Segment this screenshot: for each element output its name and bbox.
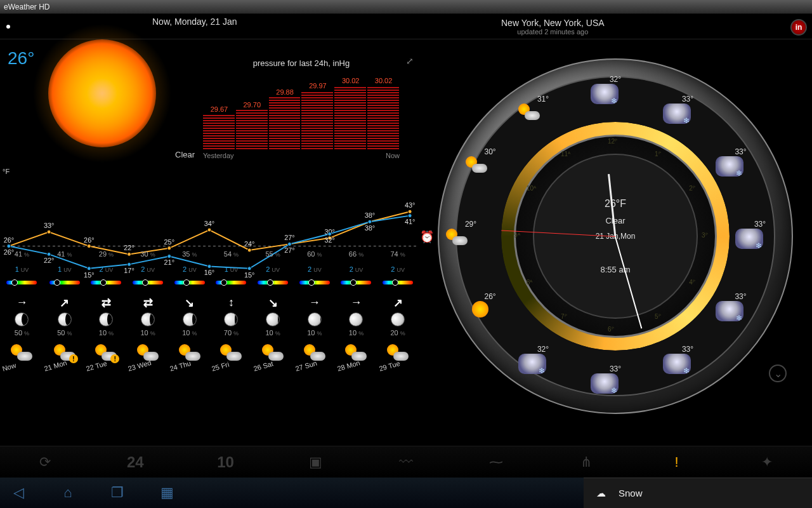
- forecast-cell[interactable]: [127, 311, 169, 328]
- hour-slot[interactable]: 29°: [446, 220, 495, 245]
- forecast-cell[interactable]: [336, 311, 377, 328]
- forecast-cell[interactable]: 70 %: [211, 328, 252, 343]
- forecast-cell[interactable]: [169, 279, 211, 295]
- forecast-cell[interactable]: 20 %: [377, 328, 419, 343]
- forecast-cell[interactable]: 10 %: [294, 328, 336, 343]
- forecast-cell[interactable]: 50 %: [0, 328, 44, 343]
- forecast-cell[interactable]: →: [294, 295, 336, 311]
- nav-recents[interactable]: ❐: [105, 484, 129, 502]
- forecast-cell[interactable]: 2 UV: [252, 264, 294, 279]
- forecast-cell[interactable]: [377, 279, 419, 295]
- menu-dot[interactable]: [6, 25, 10, 29]
- forecast-cell[interactable]: 2 UV: [169, 264, 211, 279]
- forecast-cell[interactable]: 1 UV: [211, 264, 252, 279]
- nav-apps[interactable]: ▦: [155, 484, 179, 502]
- alert-panel[interactable]: ☁ Snow: [584, 478, 812, 508]
- forecast-cell[interactable]: 10 %: [252, 328, 294, 343]
- partly-cloudy-icon: [518, 104, 540, 120]
- forecast-cell[interactable]: [211, 279, 252, 295]
- forecast-cell[interactable]: ↗: [377, 295, 419, 311]
- hour-slot[interactable]: 33°: [716, 147, 765, 177]
- hour-slot[interactable]: 31°: [518, 95, 568, 120]
- nav-back[interactable]: ◁: [6, 484, 30, 502]
- radar-button[interactable]: 〰: [361, 454, 451, 471]
- hour-slot[interactable]: 30°: [466, 147, 515, 173]
- share-button[interactable]: ⋔: [541, 454, 631, 471]
- forecast-cell[interactable]: 30 %: [127, 249, 169, 264]
- forecast-cell[interactable]: 55 %: [252, 249, 294, 264]
- forecast-cell[interactable]: ↘: [252, 295, 294, 311]
- forecast-cell[interactable]: 74 %: [377, 249, 419, 264]
- hour-slot[interactable]: 32°: [591, 75, 640, 104]
- hour-slot[interactable]: 33°: [663, 345, 712, 374]
- forecast-cell[interactable]: [294, 279, 336, 295]
- forecast-cell[interactable]: [44, 279, 86, 295]
- hour-slot[interactable]: 33°: [591, 364, 640, 394]
- hour-slot[interactable]: 33°: [663, 95, 712, 124]
- clock-dial[interactable]: 26°F Clear 21 Jan,Mon 8:55 am 32°12ᴾ33°1…: [438, 58, 793, 414]
- app-title: eWeather HD: [4, 3, 49, 11]
- forecast-cell[interactable]: 54 %: [211, 249, 252, 264]
- chevron-down-icon[interactable]: ⌄: [769, 364, 787, 382]
- partly-cloudy-icon: [446, 229, 468, 245]
- forecast-cell[interactable]: 1 UV: [44, 264, 86, 279]
- hour-slot[interactable]: 33°: [716, 292, 765, 321]
- forecast-cell[interactable]: ↕: [211, 295, 252, 311]
- expand-icon[interactable]: ⤢: [406, 56, 417, 67]
- forecast-cell[interactable]: [336, 279, 377, 295]
- forecast-cell[interactable]: [252, 311, 294, 328]
- forecast-cell[interactable]: 29 %: [86, 249, 128, 264]
- compass-button[interactable]: ✦: [722, 454, 812, 471]
- info-button[interactable]: in: [790, 19, 807, 36]
- forecast-cell[interactable]: [44, 311, 86, 328]
- forecast-cell[interactable]: 41 %: [44, 249, 86, 264]
- forecast-cell[interactable]: 66 %: [336, 249, 377, 264]
- forecast-cell[interactable]: ⇄: [127, 295, 169, 311]
- alerts-button[interactable]: !: [632, 454, 722, 471]
- forecast-cell[interactable]: [211, 311, 252, 328]
- forecast-cell[interactable]: [294, 311, 336, 328]
- forecast-cell[interactable]: 35 %: [169, 249, 211, 264]
- right-panel: 26°F Clear 21 Jan,Mon 8:55 am 32°12ᴾ33°1…: [419, 39, 812, 452]
- forecast-cell[interactable]: 10 %: [127, 328, 169, 343]
- forecast-cell[interactable]: ↘: [169, 295, 211, 311]
- forecast-cell[interactable]: 41 %: [0, 249, 44, 264]
- moon-icon: [266, 312, 280, 326]
- forecast-cell[interactable]: [86, 311, 128, 328]
- pressure-chart[interactable]: pressure for last 24h, inHg ⤢ 29.67 29.7…: [203, 58, 400, 166]
- forecast-cell[interactable]: 2 UV: [294, 264, 336, 279]
- forecast-cell[interactable]: [252, 279, 294, 295]
- forecast-cell[interactable]: ↗: [44, 295, 86, 311]
- view-10d-button[interactable]: 10: [180, 453, 270, 471]
- forecast-cell[interactable]: [0, 311, 44, 328]
- location-block[interactable]: New York, New York, USA updated 2 minute…: [501, 18, 605, 36]
- forecast-cell[interactable]: [0, 279, 44, 295]
- forecast-cell[interactable]: 10 %: [336, 328, 377, 343]
- forecast-cell[interactable]: 1 UV: [0, 264, 44, 279]
- forecast-cell[interactable]: 10 %: [169, 328, 211, 343]
- forecast-cell[interactable]: [169, 311, 211, 328]
- hour-slot[interactable]: 32°: [518, 345, 568, 374]
- forecast-cell[interactable]: 2 UV: [336, 264, 377, 279]
- forecast-cell[interactable]: 2 UV: [127, 264, 169, 279]
- nav-home[interactable]: ⌂: [56, 484, 80, 502]
- forecast-cell[interactable]: 10 %: [86, 328, 128, 343]
- map-button[interactable]: ▣: [271, 454, 361, 471]
- activity-button[interactable]: ⁓: [451, 454, 541, 471]
- hour-tick: 12ᴾ: [608, 138, 617, 145]
- hour-slot[interactable]: 33°: [735, 220, 785, 249]
- forecast-cell[interactable]: [377, 311, 419, 328]
- forecast-cell[interactable]: 2 UV: [377, 264, 419, 279]
- forecast-cell[interactable]: 60 %: [294, 249, 336, 264]
- hour-slot[interactable]: 26°: [466, 292, 515, 318]
- forecast-cell[interactable]: 50 %: [44, 328, 86, 343]
- hour-temp: 32°: [591, 75, 640, 84]
- forecast-cell[interactable]: ⇄: [86, 295, 128, 311]
- refresh-button[interactable]: ⟳: [0, 454, 90, 471]
- forecast-cell[interactable]: [86, 279, 128, 295]
- forecast-cell[interactable]: [127, 279, 169, 295]
- forecast-cell[interactable]: →: [336, 295, 377, 311]
- forecast-cell[interactable]: 2 UV: [86, 264, 128, 279]
- forecast-cell[interactable]: →: [0, 295, 44, 311]
- view-24h-button[interactable]: 24: [90, 453, 180, 471]
